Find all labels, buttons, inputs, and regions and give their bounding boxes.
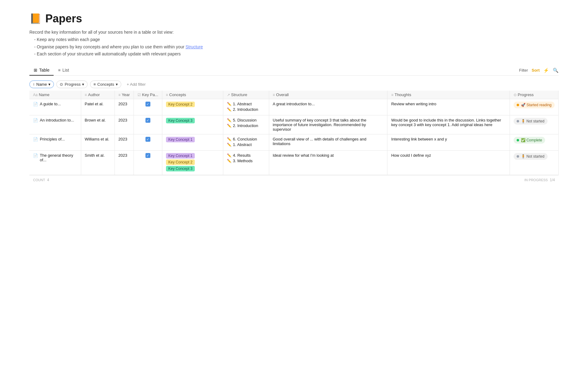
cell-name-3[interactable]: 📄The general theory of... — [29, 151, 81, 175]
cell-structure-3[interactable]: ✏️4. Results✏️3. Methods — [223, 151, 269, 175]
concepts-filter-label: Concepts — [97, 82, 114, 87]
structure-item[interactable]: ✏️2. Introduction — [227, 123, 265, 128]
concept-tag[interactable]: Key Concept 1 — [166, 153, 195, 159]
table-footer: COUNT 4 IN PROGRESS 1/4 — [29, 175, 559, 185]
structure-item[interactable]: ✏️3. Methods — [227, 159, 265, 163]
lightning-icon[interactable]: ⚡ — [543, 68, 549, 73]
cell-thoughts-3: How could I define xyz — [387, 151, 510, 175]
progress-badge: 🚀 Started reading — [514, 102, 555, 108]
filter-progress[interactable]: ⊙ Progress ▾ — [56, 81, 88, 88]
structure-item[interactable]: ✏️1. Abstract — [227, 142, 265, 147]
th-concepts[interactable]: ≡Concepts — [162, 91, 223, 99]
structure-item[interactable]: ✏️6. Conclusion — [227, 137, 265, 141]
edit-icon: ✏️ — [227, 153, 232, 158]
cell-thoughts-2: Interesting link between x and y — [387, 134, 510, 151]
checkbox[interactable] — [145, 137, 150, 142]
filter-name[interactable]: ↑ Name ▾ — [29, 81, 54, 88]
structure-item[interactable]: ✏️4. Results — [227, 153, 265, 158]
cell-progress-1[interactable]: 🧍 Not started — [510, 115, 558, 134]
concept-tag[interactable]: Key Concept 1 — [166, 137, 195, 142]
structure-item[interactable]: ✏️1. Abstract — [227, 102, 265, 106]
checkbox[interactable] — [145, 102, 150, 107]
page-description: Record the key information for all of yo… — [29, 29, 559, 58]
th-year[interactable]: ≡Year — [115, 91, 134, 99]
sort-button[interactable]: Sort — [532, 68, 540, 73]
progress-dot — [517, 139, 519, 141]
cell-concepts-1[interactable]: Key Concept 3 — [162, 115, 223, 134]
cell-structure-1[interactable]: ✏️5. Discussion✏️2. Introduction — [223, 115, 269, 134]
th-structure[interactable]: ↗Structure — [223, 91, 269, 99]
th-name[interactable]: AaName — [29, 91, 81, 99]
progress-badge: 🧍 Not started — [514, 118, 548, 125]
cell-overall-1: Useful summary of key concept 3 that tal… — [269, 115, 387, 134]
concept-tag[interactable]: Key Concept 3 — [166, 166, 195, 171]
count-value: 4 — [47, 178, 49, 182]
edit-icon: ✏️ — [227, 107, 232, 112]
th-overall[interactable]: ≡Overall — [269, 91, 387, 99]
cell-author-3: Smith et al. — [81, 151, 115, 175]
papers-table: AaName ≡Author ≡Year ☑Key Pa... ≡Concept… — [29, 91, 559, 175]
filter-concepts[interactable]: ≡ Concepts ▾ — [90, 81, 121, 88]
main-page: 📙 Papers Record the key information for … — [0, 0, 588, 197]
cell-concepts-0[interactable]: Key Concept 2 — [162, 99, 223, 115]
checkbox[interactable] — [145, 118, 150, 123]
structure-item[interactable]: ✏️5. Discussion — [227, 118, 265, 122]
cell-author-0: Patel et al. — [81, 99, 115, 115]
cell-progress-2[interactable]: ✅ Complete — [510, 134, 558, 151]
concepts-filter-icon: ≡ — [93, 82, 96, 87]
cell-name-0[interactable]: 📄A guide to... — [29, 99, 81, 115]
th-thoughts[interactable]: ≡Thoughts — [387, 91, 510, 99]
add-filter-button[interactable]: + Add filter — [124, 81, 149, 88]
in-progress-label: IN PROGRESS 1/4 — [524, 178, 555, 182]
cell-name-2[interactable]: 📄Principles of... — [29, 134, 81, 151]
tab-table[interactable]: ⊞ Table — [29, 65, 54, 76]
cell-keypages-3[interactable] — [134, 151, 162, 175]
name-filter-icon: ↑ — [33, 82, 35, 87]
concept-tag[interactable]: Key Concept 2 — [166, 159, 195, 165]
cell-overall-2: Good overall view of ... with details of… — [269, 134, 387, 151]
concepts-filter-chevron: ▾ — [116, 82, 118, 87]
progress-filter-icon: ⊙ — [60, 82, 63, 87]
table-row: 📄A guide to...Patel et al.2023Key Concep… — [29, 99, 559, 115]
page-title: Papers — [45, 12, 82, 25]
th-keypa[interactable]: ☑Key Pa... — [134, 91, 162, 99]
cell-thoughts-1: Would be good to include this in the dis… — [387, 115, 510, 134]
cell-year-1: 2023 — [115, 115, 134, 134]
checkbox[interactable] — [145, 153, 150, 158]
list-icon: ≡ — [58, 68, 60, 73]
tab-list[interactable]: ≡ List — [54, 65, 73, 76]
toolbar-right: Filter Sort ⚡ 🔍 — [519, 68, 559, 73]
edit-icon: ✏️ — [227, 124, 232, 128]
edit-icon: ✏️ — [227, 137, 232, 141]
search-icon[interactable]: 🔍 — [553, 68, 559, 73]
table-icon: ⊞ — [34, 68, 37, 73]
progress-filter-chevron: ▾ — [82, 82, 84, 87]
cell-keypages-0[interactable] — [134, 99, 162, 115]
cell-progress-0[interactable]: 🚀 Started reading — [510, 99, 558, 115]
cell-keypages-2[interactable] — [134, 134, 162, 151]
cell-year-3: 2023 — [115, 151, 134, 175]
concept-tag[interactable]: Key Concept 2 — [166, 102, 195, 107]
structure-link[interactable]: Structure — [186, 44, 203, 49]
cell-keypages-1[interactable] — [134, 115, 162, 134]
progress-badge: 🧍 Not started — [514, 153, 548, 160]
th-progress[interactable]: ⊙Progress — [510, 91, 558, 99]
cell-name-1[interactable]: 📄An introduction to... — [29, 115, 81, 134]
structure-item[interactable]: ✏️2. Introduction — [227, 107, 265, 112]
add-filter-label: + Add filter — [127, 82, 146, 87]
cell-structure-2[interactable]: ✏️6. Conclusion✏️1. Abstract — [223, 134, 269, 151]
cell-concepts-2[interactable]: Key Concept 1 — [162, 134, 223, 151]
table-row: 📄The general theory of...Smith et al.202… — [29, 151, 559, 175]
cell-overall-3: Ideal review for what I'm looking at — [269, 151, 387, 175]
table-row: 📄An introduction to...Brown et al.2023Ke… — [29, 115, 559, 134]
cell-author-1: Brown et al. — [81, 115, 115, 134]
cell-structure-0[interactable]: ✏️1. Abstract✏️2. Introduction — [223, 99, 269, 115]
filter-button[interactable]: Filter — [519, 68, 528, 73]
page-icon: 📙 — [29, 13, 42, 24]
cell-progress-3[interactable]: 🧍 Not started — [510, 151, 558, 175]
progress-badge: ✅ Complete — [514, 137, 545, 144]
cell-concepts-3[interactable]: Key Concept 1Key Concept 2Key Concept 3 — [162, 151, 223, 175]
th-author[interactable]: ≡Author — [81, 91, 115, 99]
count-label: COUNT 4 — [33, 178, 49, 182]
concept-tag[interactable]: Key Concept 3 — [166, 118, 195, 123]
